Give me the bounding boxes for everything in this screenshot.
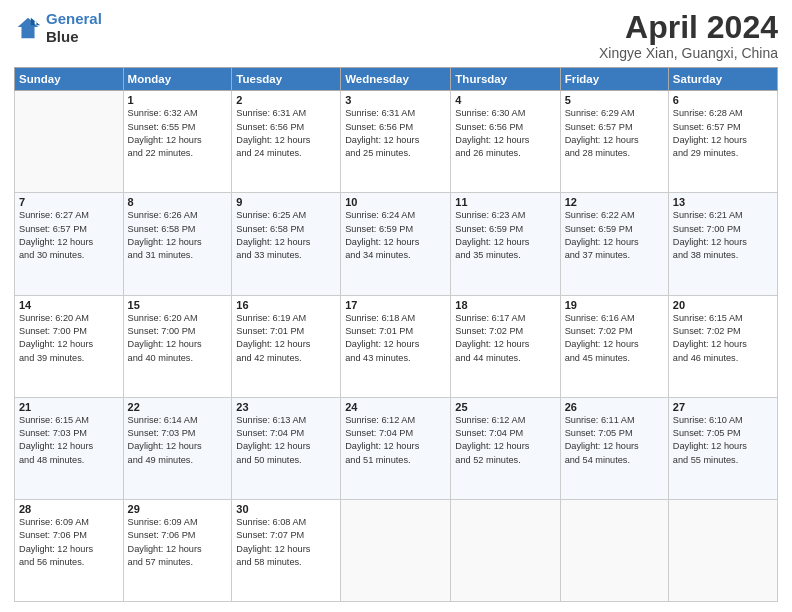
svg-marker-1 — [31, 18, 40, 25]
day-number: 23 — [236, 401, 336, 413]
logo-line1: General — [46, 10, 102, 27]
day-number: 15 — [128, 299, 228, 311]
calendar-day-cell: 5Sunrise: 6:29 AM Sunset: 6:57 PM Daylig… — [560, 91, 668, 193]
calendar-day-cell — [341, 499, 451, 601]
day-number: 26 — [565, 401, 664, 413]
calendar-header-cell: Monday — [123, 68, 232, 91]
calendar-day-cell: 23Sunrise: 6:13 AM Sunset: 7:04 PM Dayli… — [232, 397, 341, 499]
calendar-day-cell: 9Sunrise: 6:25 AM Sunset: 6:58 PM Daylig… — [232, 193, 341, 295]
calendar-week-row: 7Sunrise: 6:27 AM Sunset: 6:57 PM Daylig… — [15, 193, 778, 295]
day-info: Sunrise: 6:10 AM Sunset: 7:05 PM Dayligh… — [673, 414, 773, 467]
day-info: Sunrise: 6:30 AM Sunset: 6:56 PM Dayligh… — [455, 107, 555, 160]
day-number: 17 — [345, 299, 446, 311]
day-number: 11 — [455, 196, 555, 208]
calendar-header-cell: Wednesday — [341, 68, 451, 91]
day-info: Sunrise: 6:16 AM Sunset: 7:02 PM Dayligh… — [565, 312, 664, 365]
calendar-day-cell: 25Sunrise: 6:12 AM Sunset: 7:04 PM Dayli… — [451, 397, 560, 499]
calendar-day-cell: 15Sunrise: 6:20 AM Sunset: 7:00 PM Dayli… — [123, 295, 232, 397]
day-info: Sunrise: 6:09 AM Sunset: 7:06 PM Dayligh… — [19, 516, 119, 569]
day-number: 12 — [565, 196, 664, 208]
calendar-day-cell: 19Sunrise: 6:16 AM Sunset: 7:02 PM Dayli… — [560, 295, 668, 397]
calendar-table: SundayMondayTuesdayWednesdayThursdayFrid… — [14, 67, 778, 602]
day-info: Sunrise: 6:14 AM Sunset: 7:03 PM Dayligh… — [128, 414, 228, 467]
calendar-day-cell: 12Sunrise: 6:22 AM Sunset: 6:59 PM Dayli… — [560, 193, 668, 295]
day-info: Sunrise: 6:31 AM Sunset: 6:56 PM Dayligh… — [236, 107, 336, 160]
day-info: Sunrise: 6:08 AM Sunset: 7:07 PM Dayligh… — [236, 516, 336, 569]
calendar-day-cell: 18Sunrise: 6:17 AM Sunset: 7:02 PM Dayli… — [451, 295, 560, 397]
day-info: Sunrise: 6:28 AM Sunset: 6:57 PM Dayligh… — [673, 107, 773, 160]
logo-text: General Blue — [46, 10, 102, 46]
calendar-day-cell: 28Sunrise: 6:09 AM Sunset: 7:06 PM Dayli… — [15, 499, 124, 601]
day-number: 8 — [128, 196, 228, 208]
calendar-day-cell — [451, 499, 560, 601]
calendar-day-cell: 27Sunrise: 6:10 AM Sunset: 7:05 PM Dayli… — [668, 397, 777, 499]
logo-line2: Blue — [46, 28, 102, 46]
calendar-day-cell: 11Sunrise: 6:23 AM Sunset: 6:59 PM Dayli… — [451, 193, 560, 295]
day-info: Sunrise: 6:11 AM Sunset: 7:05 PM Dayligh… — [565, 414, 664, 467]
day-info: Sunrise: 6:31 AM Sunset: 6:56 PM Dayligh… — [345, 107, 446, 160]
calendar-header-cell: Sunday — [15, 68, 124, 91]
day-number: 19 — [565, 299, 664, 311]
calendar-week-row: 21Sunrise: 6:15 AM Sunset: 7:03 PM Dayli… — [15, 397, 778, 499]
day-number: 5 — [565, 94, 664, 106]
day-number: 30 — [236, 503, 336, 515]
day-number: 29 — [128, 503, 228, 515]
calendar-day-cell: 1Sunrise: 6:32 AM Sunset: 6:55 PM Daylig… — [123, 91, 232, 193]
day-info: Sunrise: 6:25 AM Sunset: 6:58 PM Dayligh… — [236, 209, 336, 262]
calendar-day-cell: 16Sunrise: 6:19 AM Sunset: 7:01 PM Dayli… — [232, 295, 341, 397]
calendar-day-cell: 17Sunrise: 6:18 AM Sunset: 7:01 PM Dayli… — [341, 295, 451, 397]
day-info: Sunrise: 6:15 AM Sunset: 7:02 PM Dayligh… — [673, 312, 773, 365]
day-number: 6 — [673, 94, 773, 106]
day-number: 3 — [345, 94, 446, 106]
calendar-header-cell: Friday — [560, 68, 668, 91]
day-info: Sunrise: 6:18 AM Sunset: 7:01 PM Dayligh… — [345, 312, 446, 365]
day-info: Sunrise: 6:24 AM Sunset: 6:59 PM Dayligh… — [345, 209, 446, 262]
day-info: Sunrise: 6:23 AM Sunset: 6:59 PM Dayligh… — [455, 209, 555, 262]
day-number: 1 — [128, 94, 228, 106]
calendar-day-cell — [560, 499, 668, 601]
day-info: Sunrise: 6:13 AM Sunset: 7:04 PM Dayligh… — [236, 414, 336, 467]
location: Xingye Xian, Guangxi, China — [599, 45, 778, 61]
calendar-day-cell — [15, 91, 124, 193]
day-number: 22 — [128, 401, 228, 413]
month-title: April 2024 — [599, 10, 778, 45]
day-info: Sunrise: 6:17 AM Sunset: 7:02 PM Dayligh… — [455, 312, 555, 365]
day-info: Sunrise: 6:22 AM Sunset: 6:59 PM Dayligh… — [565, 209, 664, 262]
day-number: 21 — [19, 401, 119, 413]
day-number: 4 — [455, 94, 555, 106]
calendar-day-cell: 29Sunrise: 6:09 AM Sunset: 7:06 PM Dayli… — [123, 499, 232, 601]
day-info: Sunrise: 6:27 AM Sunset: 6:57 PM Dayligh… — [19, 209, 119, 262]
day-number: 25 — [455, 401, 555, 413]
logo: General Blue — [14, 10, 102, 46]
day-number: 24 — [345, 401, 446, 413]
calendar-day-cell: 4Sunrise: 6:30 AM Sunset: 6:56 PM Daylig… — [451, 91, 560, 193]
calendar-day-cell: 22Sunrise: 6:14 AM Sunset: 7:03 PM Dayli… — [123, 397, 232, 499]
calendar-day-cell: 3Sunrise: 6:31 AM Sunset: 6:56 PM Daylig… — [341, 91, 451, 193]
day-info: Sunrise: 6:12 AM Sunset: 7:04 PM Dayligh… — [345, 414, 446, 467]
calendar-header-cell: Thursday — [451, 68, 560, 91]
calendar-day-cell: 21Sunrise: 6:15 AM Sunset: 7:03 PM Dayli… — [15, 397, 124, 499]
day-number: 20 — [673, 299, 773, 311]
day-number: 9 — [236, 196, 336, 208]
calendar-day-cell: 14Sunrise: 6:20 AM Sunset: 7:00 PM Dayli… — [15, 295, 124, 397]
calendar-body: 1Sunrise: 6:32 AM Sunset: 6:55 PM Daylig… — [15, 91, 778, 602]
day-info: Sunrise: 6:20 AM Sunset: 7:00 PM Dayligh… — [128, 312, 228, 365]
day-info: Sunrise: 6:21 AM Sunset: 7:00 PM Dayligh… — [673, 209, 773, 262]
calendar-week-row: 14Sunrise: 6:20 AM Sunset: 7:00 PM Dayli… — [15, 295, 778, 397]
title-block: April 2024 Xingye Xian, Guangxi, China — [599, 10, 778, 61]
calendar-header-row: SundayMondayTuesdayWednesdayThursdayFrid… — [15, 68, 778, 91]
day-number: 14 — [19, 299, 119, 311]
day-info: Sunrise: 6:20 AM Sunset: 7:00 PM Dayligh… — [19, 312, 119, 365]
page: General Blue April 2024 Xingye Xian, Gua… — [0, 0, 792, 612]
day-number: 2 — [236, 94, 336, 106]
calendar-week-row: 28Sunrise: 6:09 AM Sunset: 7:06 PM Dayli… — [15, 499, 778, 601]
day-number: 13 — [673, 196, 773, 208]
calendar-day-cell: 7Sunrise: 6:27 AM Sunset: 6:57 PM Daylig… — [15, 193, 124, 295]
day-info: Sunrise: 6:19 AM Sunset: 7:01 PM Dayligh… — [236, 312, 336, 365]
day-info: Sunrise: 6:32 AM Sunset: 6:55 PM Dayligh… — [128, 107, 228, 160]
day-number: 16 — [236, 299, 336, 311]
svg-marker-0 — [18, 18, 39, 39]
day-info: Sunrise: 6:15 AM Sunset: 7:03 PM Dayligh… — [19, 414, 119, 467]
day-number: 27 — [673, 401, 773, 413]
calendar-day-cell: 20Sunrise: 6:15 AM Sunset: 7:02 PM Dayli… — [668, 295, 777, 397]
